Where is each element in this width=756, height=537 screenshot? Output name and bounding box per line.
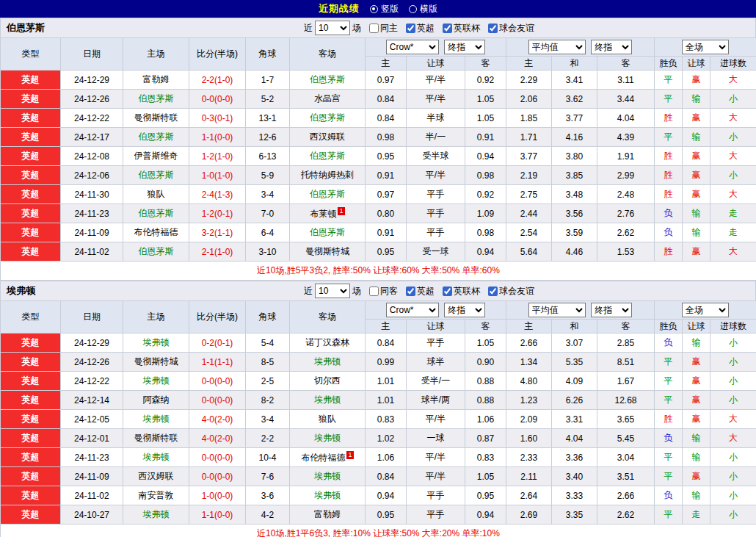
result-goals: 大 <box>710 185 756 204</box>
club-friendly-checkbox[interactable] <box>488 286 498 296</box>
corner-score: 4-2 <box>246 505 290 525</box>
home-team-name: 埃弗顿 <box>123 410 189 429</box>
scope-select[interactable]: 全场 <box>682 303 729 317</box>
result-goals: 小 <box>710 448 756 467</box>
filter-same-venue[interactable]: 同客 <box>369 285 398 298</box>
result-goals: 大 <box>710 71 756 90</box>
filter-club-friendly[interactable]: 球会友谊 <box>488 22 534 35</box>
average-select[interactable]: 平均值 <box>528 303 586 317</box>
same-venue-checkbox[interactable] <box>369 286 379 296</box>
result-outcome: 平 <box>655 448 683 467</box>
match-row: 英超24-12-05埃弗顿4-0(2-0)3-4狼队0.83平/半1.062.0… <box>1 410 756 429</box>
filter-league-cup[interactable]: 英联杯 <box>443 22 480 35</box>
match-score: 1-1(0-0) <box>189 128 246 147</box>
filter-premier-league[interactable]: 英超 <box>406 285 435 298</box>
filter-same-venue[interactable]: 同主 <box>369 22 398 35</box>
home-team-name: 伊普斯维奇 <box>123 147 189 166</box>
match-row: 英超24-12-29富勒姆2-2(1-0)1-7伯恩茅斯0.97平/半0.922… <box>1 71 756 90</box>
avg-odds-away: 1.91 <box>597 147 655 166</box>
radio-label-vertical: 竖版 <box>381 3 399 15</box>
corner-score: 12-6 <box>246 128 290 147</box>
avg-odds-draw: 4.16 <box>552 128 597 147</box>
result-goals: 小 <box>710 486 756 505</box>
home-team-name: 曼彻斯特联 <box>123 429 189 448</box>
handicap-line: 球半/两 <box>407 391 465 410</box>
handicap-line: 平/半 <box>407 410 465 429</box>
filter-league-cup[interactable]: 英联杯 <box>443 285 480 298</box>
average-group-header: 平均值 终指 <box>506 38 655 57</box>
away-team-name: 伯恩茅斯 <box>290 109 366 128</box>
result-outcome: 平 <box>655 90 683 109</box>
league-cup-checkbox[interactable] <box>443 24 452 33</box>
handicap-line: 平/半 <box>407 90 465 109</box>
odds-stage-select[interactable]: 终指 <box>444 303 485 317</box>
avg-odds-home: 1.23 <box>506 391 552 410</box>
league-badge: 英超 <box>1 353 61 372</box>
handicap-odds-away: 1.09 <box>465 204 506 223</box>
match-row: 英超24-12-29埃弗顿0-2(0-1)5-4诺丁汉森林0.84平手1.052… <box>1 334 756 353</box>
layout-radio-vertical[interactable]: 竖版 <box>370 3 399 15</box>
result-handicap: 输 <box>683 223 710 242</box>
match-count-select[interactable]: 10 <box>315 21 350 35</box>
odds-stage-select[interactable]: 终指 <box>444 40 485 54</box>
odds-source-select[interactable]: Crow* <box>386 40 439 54</box>
result-goals: 大 <box>710 242 756 262</box>
avg-odds-home: 2.06 <box>506 90 552 109</box>
match-score: 2-4(1-3) <box>189 185 246 204</box>
result-handicap: 赢 <box>683 71 710 90</box>
match-date: 24-12-01 <box>61 429 123 448</box>
premier-league-checkbox[interactable] <box>406 286 415 296</box>
away-team-name: 埃弗顿 <box>290 486 366 505</box>
scope-select[interactable]: 全场 <box>682 40 729 54</box>
match-date: 24-11-02 <box>61 242 123 262</box>
average-select[interactable]: 平均值 <box>528 40 586 54</box>
premier-league-checkbox[interactable] <box>406 24 415 33</box>
handicap-line: 平/半 <box>407 71 465 90</box>
match-date: 24-12-17 <box>61 128 123 147</box>
col-date: 日期 <box>61 301 123 334</box>
col-score: 比分(半场) <box>189 38 246 71</box>
odds-source-select[interactable]: Crow* <box>386 303 439 317</box>
team-name: 埃弗顿 <box>1 284 304 298</box>
corner-score: 2-2 <box>246 429 290 448</box>
result-outcome: 胜 <box>655 185 683 204</box>
summary-line: 近10场,胜5平3负2, 胜率:50% 让球率:60% 大率:50% 单率:60… <box>1 262 756 281</box>
match-date: 24-12-26 <box>61 90 123 109</box>
same-venue-checkbox[interactable] <box>369 24 379 33</box>
result-handicap: 赢 <box>683 410 710 429</box>
average-stage-select[interactable]: 终指 <box>591 40 632 54</box>
result-outcome: 胜 <box>655 410 683 429</box>
team-section-bournemouth: 伯恩茅斯 近 10 场 同主 英超 英联杯 球会友谊 类型 日期 主场 比分(半… <box>0 18 756 281</box>
handicap-odds-away: 0.94 <box>465 147 506 166</box>
league-badge: 英超 <box>1 223 61 242</box>
match-row: 英超24-12-22埃弗顿0-0(0-0)2-5切尔西1.01受半/一0.884… <box>1 372 756 391</box>
avg-odds-home: 2.66 <box>506 334 552 353</box>
away-team-name: 伯恩茅斯 <box>290 223 366 242</box>
avg-odds-draw: 3.36 <box>552 448 597 467</box>
result-goals: 大 <box>710 147 756 166</box>
match-date: 24-11-23 <box>61 448 123 467</box>
filter-premier-league[interactable]: 英超 <box>406 22 435 35</box>
league-badge: 英超 <box>1 429 61 448</box>
home-team-name: 西汉姆联 <box>123 467 189 486</box>
page-title: 近期战绩 <box>319 2 360 15</box>
filter-club-friendly[interactable]: 球会友谊 <box>488 285 534 298</box>
match-score: 0-2(0-1) <box>189 334 246 353</box>
result-goals: 小 <box>710 166 756 185</box>
league-badge: 英超 <box>1 505 61 525</box>
avg-odds-home: 2.75 <box>506 185 552 204</box>
average-stage-select[interactable]: 终指 <box>591 303 632 317</box>
layout-radio-horizontal[interactable]: 横版 <box>409 3 437 15</box>
result-outcome: 平 <box>655 391 683 410</box>
match-count-select[interactable]: 10 <box>315 284 350 298</box>
club-friendly-checkbox[interactable] <box>488 24 498 33</box>
result-goals: 走 <box>710 223 756 242</box>
result-goals: 小 <box>710 467 756 486</box>
league-cup-checkbox[interactable] <box>443 286 452 296</box>
corner-score: 3-6 <box>246 486 290 505</box>
rank-badge: 1 <box>346 451 353 459</box>
topbar: 近期战绩 竖版 横版 <box>0 0 756 18</box>
league-badge: 英超 <box>1 334 61 353</box>
league-badge: 英超 <box>1 71 61 90</box>
match-score: 0-0(0-0) <box>189 448 246 467</box>
